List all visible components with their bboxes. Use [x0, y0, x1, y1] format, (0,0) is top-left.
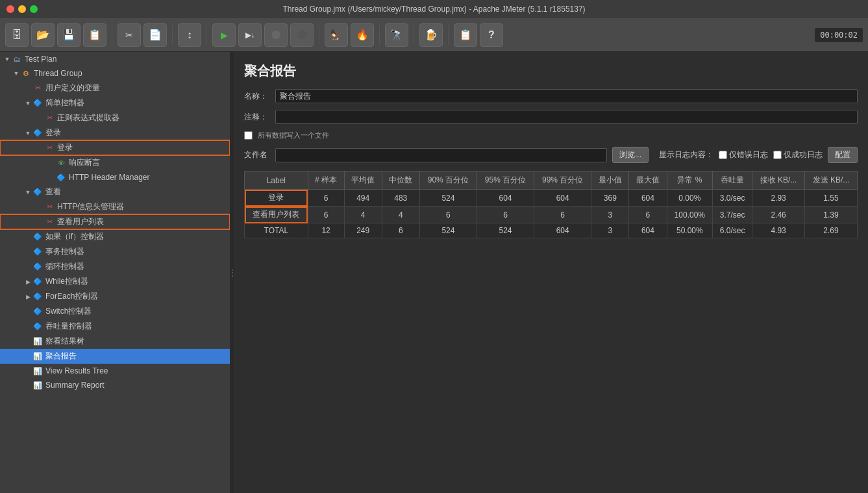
view-tree-icon: 📊 — [32, 336, 43, 347]
browse-button[interactable]: 浏览... — [612, 147, 649, 163]
sidebar-item-user-var[interactable]: ✂ 用户定义的变量 — [0, 81, 230, 95]
sidebar-item-login-sampler[interactable]: ✂ 登录 — [0, 140, 230, 155]
col-max: 最大值 — [629, 171, 667, 190]
sidebar-item-login-group[interactable]: ▼ 🔷 登录 — [0, 125, 230, 140]
sidebar-item-simple-ctrl[interactable]: ▼ 🔷 简单控制器 — [0, 95, 230, 110]
open-button[interactable]: 📂 — [31, 23, 55, 47]
run-button[interactable]: ▶ — [212, 23, 236, 47]
table-cell: 2.46 — [752, 207, 805, 223]
arrow-while-ctrl: ▶ — [23, 277, 32, 286]
user-var-label: 用户定义的变量 — [45, 82, 100, 94]
view-results-tree-label: View Results Tree — [45, 366, 108, 375]
table-cell: 4.93 — [752, 223, 805, 238]
run-selected-button[interactable]: ▶↓ — [238, 23, 262, 47]
sidebar-item-http-info[interactable]: ✂ HTTP信息头管理器 — [0, 199, 230, 214]
save-button[interactable]: 💾 — [57, 23, 81, 47]
search-button[interactable]: 🔭 — [385, 23, 408, 47]
template-button[interactable]: 📋 — [454, 23, 477, 47]
arrow-thread-group: ▼ — [12, 69, 21, 78]
error-log-checkbox[interactable] — [719, 151, 727, 159]
view-results-tree-icon: 📊 — [32, 366, 43, 376]
sidebar-splitter[interactable] — [230, 52, 234, 493]
reset-button[interactable]: 🍺 — [419, 23, 443, 47]
sidebar-item-aggregate[interactable]: 📊 聚合报告 — [0, 349, 230, 364]
http-info-label: HTTP信息头管理器 — [57, 201, 124, 212]
sidebar-item-summary-report[interactable]: 📊 Summary Report — [0, 378, 230, 392]
panel-title: 聚合报告 — [244, 62, 858, 80]
copy-button[interactable]: 📄 — [143, 23, 167, 47]
table-cell: 6 — [534, 207, 591, 223]
table-cell: 3 — [591, 207, 629, 223]
table-cell: 6 — [382, 223, 419, 238]
help-button[interactable]: ? — [480, 23, 503, 47]
success-log-text: 仅成功日志 — [784, 149, 823, 160]
sidebar-item-trans-ctrl[interactable]: 🔷 事务控制器 — [0, 244, 230, 259]
sidebar-item-foreach-ctrl[interactable]: ▶ 🔷 ForEach控制器 — [0, 289, 230, 304]
table-cell: 0.00% — [667, 190, 713, 207]
expand-button[interactable]: ↕ — [178, 23, 201, 47]
new-button[interactable]: 🗄 — [5, 23, 29, 47]
table-cell: 249 — [344, 223, 382, 238]
all-data-label: 所有数据写入一个文件 — [258, 131, 329, 140]
arrow-trans-ctrl — [23, 247, 32, 257]
content-panel: 聚合报告 名称： 注释： 所有数据写入一个文件 文件名 浏览... 显示日志内容… — [234, 52, 868, 493]
regex-icon: ✂ — [44, 113, 55, 123]
saveas-button[interactable]: 📋 — [83, 23, 106, 47]
table-cell: 50.00% — [667, 223, 713, 238]
arrow-user-var — [23, 84, 32, 93]
simple-ctrl-icon: 🔷 — [32, 98, 43, 108]
table-cell: 4 — [382, 207, 419, 223]
view-group-icon: 🔷 — [32, 187, 43, 197]
table-cell: 494 — [344, 190, 382, 207]
col-send-kb: 发送 KB/... — [805, 171, 858, 190]
sidebar-item-throughput-ctrl[interactable]: 🔷 吞吐量控制器 — [0, 319, 230, 334]
foreach-ctrl-icon: 🔷 — [32, 292, 43, 302]
name-input[interactable] — [275, 89, 858, 103]
toolbar-separator-6 — [414, 25, 414, 45]
all-data-checkbox[interactable] — [244, 131, 253, 140]
sidebar-item-test-plan[interactable]: ▼ 🗂 Test Plan — [0, 52, 230, 66]
view-userlist-icon: ✂ — [44, 217, 55, 227]
login-group-icon: 🔷 — [32, 128, 43, 138]
regex-label: 正则表达式提取器 — [57, 112, 119, 123]
comment-input[interactable] — [275, 110, 858, 124]
sidebar-item-if-ctrl[interactable]: 🔷 如果（if）控制器 — [0, 229, 230, 244]
sidebar-item-view-group[interactable]: ▼ 🔷 查看 — [0, 184, 230, 199]
sidebar-item-regex[interactable]: ✂ 正则表达式提取器 — [0, 110, 230, 125]
close-button[interactable] — [6, 5, 14, 13]
toolbar-separator-3 — [206, 25, 207, 45]
sidebar-item-assertion[interactable]: 👁 响应断言 — [0, 155, 230, 170]
clearall-button[interactable]: 🔥 — [351, 23, 374, 47]
sidebar-item-switch-ctrl[interactable]: 🔷 Switch控制器 — [0, 304, 230, 319]
table-cell: 524 — [419, 190, 477, 207]
shutdown-button[interactable]: ⏺ — [290, 23, 314, 47]
stop-button[interactable]: ⏺ — [264, 23, 288, 47]
sidebar-item-while-ctrl[interactable]: ▶ 🔷 While控制器 — [0, 274, 230, 289]
maximize-button[interactable] — [30, 5, 38, 13]
sidebar-item-view-tree[interactable]: 📊 察看结果树 — [0, 334, 230, 349]
filename-input[interactable] — [275, 148, 607, 162]
table-cell: 604 — [477, 190, 534, 207]
sidebar-item-view-userlist[interactable]: ✂ 查看用户列表 — [0, 214, 230, 229]
table-cell: 483 — [382, 190, 419, 207]
http-header-label: HTTP Header Manager — [69, 173, 150, 182]
sidebar-item-loop-ctrl[interactable]: 🔷 循环控制器 — [0, 259, 230, 274]
success-log-checkbox[interactable] — [773, 151, 782, 159]
table-cell: 604 — [534, 223, 591, 238]
table-cell-label: 查看用户列表 — [245, 207, 308, 223]
table-cell: 2.93 — [752, 190, 805, 207]
user-var-icon: ✂ — [32, 83, 43, 94]
cut-button[interactable]: ✂ — [118, 23, 141, 47]
sidebar-item-http-header[interactable]: 🔷 HTTP Header Manager — [0, 170, 230, 184]
col-label: Label — [245, 171, 308, 190]
toolbar: 🗄 📂 💾 📋 ✂ 📄 ↕ ▶ ▶↓ ⏺ ⏺ 🦅 🔥 🔭 🍺 📋 ? 00:00… — [0, 18, 868, 52]
minimize-button[interactable] — [18, 5, 26, 13]
sidebar-item-thread-group[interactable]: ▼ ⚙ Thread Group — [0, 66, 230, 81]
simple-ctrl-label: 简单控制器 — [45, 97, 84, 108]
clear-button[interactable]: 🦅 — [325, 23, 348, 47]
arrow-summary-report — [23, 381, 32, 390]
col-p90: 90% 百分位 — [419, 171, 477, 190]
toolbar-separator-7 — [448, 25, 449, 45]
config-button[interactable]: 配置 — [828, 147, 858, 163]
sidebar-item-view-results-tree[interactable]: 📊 View Results Tree — [0, 364, 230, 378]
